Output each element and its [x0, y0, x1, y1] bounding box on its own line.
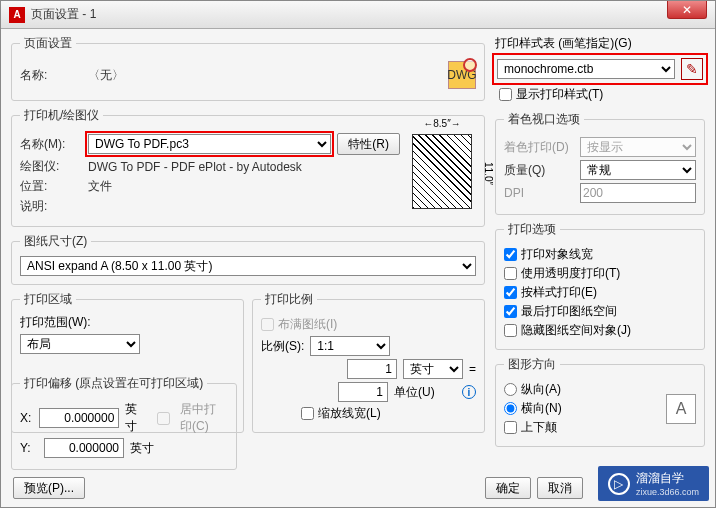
dpi-label: DPI	[504, 186, 574, 200]
paper-size-legend: 图纸尺寸(Z)	[20, 233, 91, 250]
printer-name-select[interactable]: DWG To PDF.pc3	[88, 134, 331, 154]
drawing-unit-label: 单位(U)	[394, 384, 454, 401]
paper-size-select[interactable]: ANSI expand A (8.50 x 11.00 英寸)	[20, 256, 476, 276]
opt-hide-paperspace-label: 隐藏图纸空间对象(J)	[521, 322, 631, 339]
offset-x-label: X:	[20, 411, 33, 425]
preview-width-label: ←8.5″→	[408, 118, 476, 129]
scale-ratio-label: 比例(S):	[261, 338, 304, 355]
offset-x-input[interactable]	[39, 408, 119, 428]
upside-down-label: 上下颠	[521, 419, 557, 436]
plotter-label: 绘图仪:	[20, 158, 82, 175]
close-button[interactable]: ✕	[667, 1, 707, 19]
preview-button[interactable]: 预览(P)...	[13, 477, 85, 499]
plot-style-legend: 打印样式表 (画笔指定)(G)	[495, 35, 705, 52]
ok-button[interactable]: 确定	[485, 477, 531, 499]
watermark: ▷ 溜溜自学 zixue.3d66.com	[598, 466, 709, 501]
properties-button[interactable]: 特性(R)	[337, 133, 400, 155]
print-scale-legend: 打印比例	[261, 291, 317, 308]
scale-ratio-select[interactable]: 1:1	[310, 336, 390, 356]
plotter-value: DWG To PDF - PDF ePlot - by Autodesk	[88, 160, 302, 174]
scale-lineweight-label: 缩放线宽(L)	[318, 405, 381, 422]
location-value: 文件	[88, 178, 112, 195]
offset-y-input[interactable]	[44, 438, 124, 458]
brush-icon[interactable]: ✎	[681, 58, 703, 80]
opt-transparency-label: 使用透明度打印(T)	[521, 265, 620, 282]
opt-transparency-checkbox[interactable]	[504, 267, 517, 280]
preview-height-label: 11.0″	[483, 130, 494, 218]
quality-select[interactable]: 常规	[580, 160, 696, 180]
quality-label: 质量(Q)	[504, 162, 574, 179]
opt-bystyle-checkbox[interactable]	[504, 286, 517, 299]
print-scale-group: 打印比例 布满图纸(I) 比例(S): 1:1 英寸 =	[252, 291, 485, 433]
print-offset-legend: 打印偏移 (原点设置在可打印区域)	[20, 375, 207, 392]
print-area-legend: 打印区域	[20, 291, 76, 308]
opt-hide-paperspace-checkbox[interactable]	[504, 324, 517, 337]
landscape-label: 横向(N)	[521, 400, 562, 417]
opt-bystyle-label: 按样式打印(E)	[521, 284, 597, 301]
fit-to-paper-label: 布满图纸(I)	[278, 316, 337, 333]
scale-unit-select[interactable]: 英寸	[403, 359, 463, 379]
cancel-button[interactable]: 取消	[537, 477, 583, 499]
print-options-legend: 打印选项	[504, 221, 560, 238]
name-label: 名称:	[20, 67, 82, 84]
drawing-unit-input[interactable]	[338, 382, 388, 402]
watermark-text: 溜溜自学	[636, 470, 699, 487]
dpi-input	[580, 183, 696, 203]
plot-style-select[interactable]: monochrome.ctb	[497, 59, 675, 79]
scale-lineweight-checkbox[interactable]	[301, 407, 314, 420]
opt-lineweight-label: 打印对象线宽	[521, 246, 593, 263]
print-options-group: 打印选项 打印对象线宽 使用透明度打印(T) 按样式打印(E) 最后打印图纸空间…	[495, 221, 705, 350]
orientation-icon: A	[666, 394, 696, 424]
printer-legend: 打印机/绘图仪	[20, 107, 103, 124]
shade-viewport-group: 着色视口选项 着色打印(D)按显示 质量(Q)常规 DPI	[495, 111, 705, 215]
center-print-label: 居中打印(C)	[180, 401, 228, 435]
offset-y-unit: 英寸	[130, 440, 154, 457]
page-setup-legend: 页面设置	[20, 35, 76, 52]
app-icon: A	[9, 7, 25, 23]
play-icon: ▷	[608, 473, 630, 495]
portrait-label: 纵向(A)	[521, 381, 561, 398]
dwg-icon: DWG	[448, 61, 476, 89]
desc-label: 说明:	[20, 198, 82, 215]
offset-x-unit: 英寸	[125, 401, 143, 435]
page-setup-group: 页面设置 名称: 〈无〉 DWG	[11, 35, 485, 101]
print-range-label: 打印范围(W):	[20, 314, 235, 331]
print-range-select[interactable]: 布局	[20, 334, 140, 354]
scale-unit-count[interactable]	[347, 359, 397, 379]
help-icon[interactable]: i	[462, 385, 476, 399]
paper-preview: ←8.5″→ 11.0″	[408, 130, 476, 218]
window-title: 页面设置 - 1	[31, 6, 707, 23]
fit-to-paper-checkbox	[261, 318, 274, 331]
paper-size-group: 图纸尺寸(Z) ANSI expand A (8.50 x 11.00 英寸)	[11, 233, 485, 285]
location-label: 位置:	[20, 178, 82, 195]
portrait-radio[interactable]	[504, 383, 517, 396]
watermark-sub: zixue.3d66.com	[636, 487, 699, 497]
upside-down-checkbox[interactable]	[504, 421, 517, 434]
show-plot-style-label: 显示打印样式(T)	[516, 86, 603, 103]
shade-print-select: 按显示	[580, 137, 696, 157]
shade-print-label: 着色打印(D)	[504, 139, 574, 156]
show-plot-style-checkbox[interactable]	[499, 88, 512, 101]
printer-name-label: 名称(M):	[20, 136, 82, 153]
orientation-group: 图形方向 纵向(A) 横向(N) 上下颠 A	[495, 356, 705, 447]
printer-group: 打印机/绘图仪 名称(M): DWG To PDF.pc3 特性(R) 绘图仪:…	[11, 107, 485, 227]
offset-y-label: Y:	[20, 441, 38, 455]
opt-paperspace-last-checkbox[interactable]	[504, 305, 517, 318]
opt-paperspace-last-label: 最后打印图纸空间	[521, 303, 617, 320]
name-value: 〈无〉	[88, 67, 442, 84]
landscape-radio[interactable]	[504, 402, 517, 415]
opt-lineweight-checkbox[interactable]	[504, 248, 517, 261]
orientation-legend: 图形方向	[504, 356, 560, 373]
center-print-checkbox	[157, 412, 170, 425]
shade-viewport-legend: 着色视口选项	[504, 111, 584, 128]
scale-equals: =	[469, 362, 476, 376]
